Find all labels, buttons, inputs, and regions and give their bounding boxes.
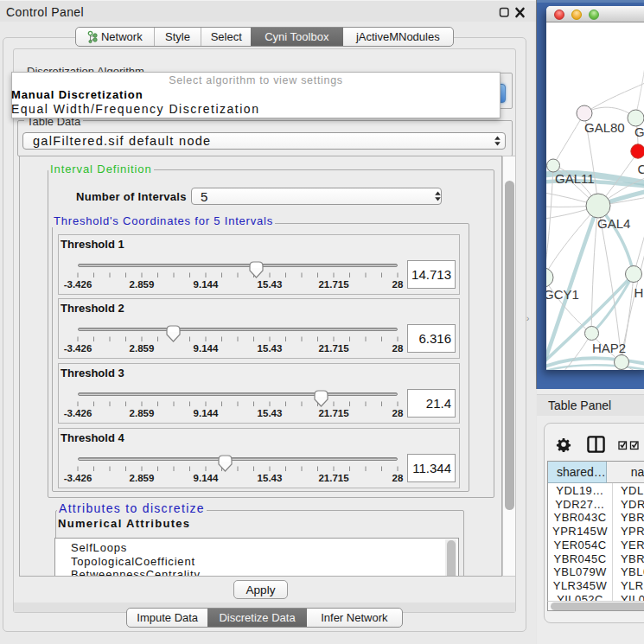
svg-text:GAL80: GAL80 <box>584 120 625 135</box>
svg-text:HAP2: HAP2 <box>592 341 626 355</box>
svg-text:GA: GA <box>634 124 644 139</box>
svg-text:GAL4: GAL4 <box>597 216 630 231</box>
svg-text:GAL11: GAL11 <box>555 171 595 186</box>
svg-text:C: C <box>638 162 644 176</box>
svg-text:GCY1: GCY1 <box>546 287 579 302</box>
svg-text:H: H <box>634 285 644 300</box>
